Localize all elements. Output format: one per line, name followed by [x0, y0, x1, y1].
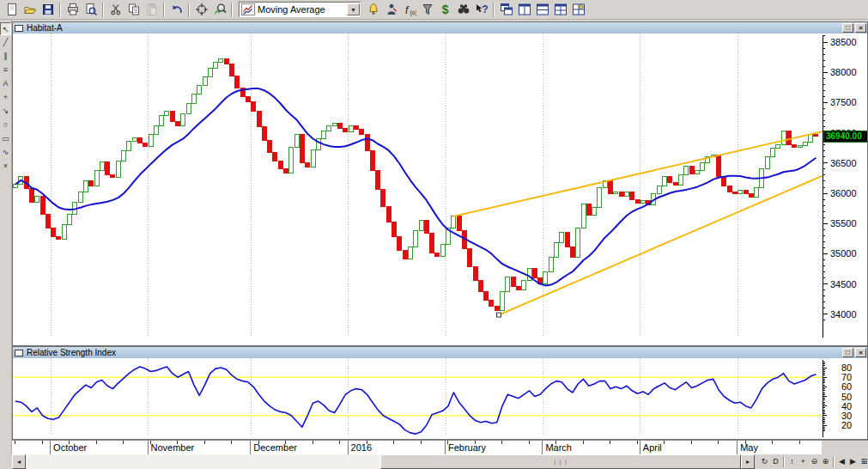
indicator-builder-button[interactable]: f(o): [400, 1, 418, 18]
zoom-button[interactable]: [210, 1, 228, 18]
week-tick: [393, 441, 394, 444]
arrange-workspace-button[interactable]: [569, 1, 587, 18]
workspace-icon: [572, 3, 586, 16]
time-axis: OctoberNovemberDecember2016FebruaryMarch…: [12, 440, 822, 454]
scrollbar-thumb[interactable]: | | |: [380, 454, 741, 469]
ellipse-tool-icon[interactable]: ○: [0, 119, 11, 131]
week-tick: [42, 441, 43, 444]
scissors-icon: [109, 3, 123, 16]
price-chart-canvas[interactable]: 3400034500350003550036000365003700037500…: [13, 34, 867, 345]
indicator-dropdown-value: Moving Average: [258, 4, 325, 15]
rsi-window-titlebar[interactable]: Relative Strength Index □ ×: [13, 347, 867, 358]
print-preview-icon: [84, 3, 98, 16]
undo-arrow-icon: [170, 3, 184, 16]
week-tick: [313, 441, 313, 444]
new-button[interactable]: [3, 1, 21, 18]
periodicity-daily-button[interactable]: D: [770, 455, 781, 468]
week-tick: [339, 441, 340, 444]
fibonacci-tool-icon[interactable]: ≡: [0, 64, 11, 76]
scroll-left-button[interactable]: ◀: [836, 455, 847, 468]
paste-button[interactable]: [143, 1, 161, 18]
week-tick: [718, 441, 719, 444]
scrollbar-left-arrow[interactable]: ◂: [12, 454, 26, 469]
rsi-close-button[interactable]: ×: [855, 348, 866, 357]
week-tick: [96, 441, 97, 444]
week-tick: [691, 441, 692, 444]
tile-vertical-icon: [518, 3, 531, 16]
cut-button[interactable]: [106, 1, 124, 18]
chart-window-titlebar[interactable]: Habitat-A □ ×: [13, 22, 867, 34]
explorer-button[interactable]: [454, 1, 472, 18]
toolbar-separator: [188, 3, 190, 17]
zoom-in-button[interactable]: ⊕: [820, 455, 831, 468]
indicator-dropdown[interactable]: Moving Average▼: [239, 2, 361, 17]
refresh-button[interactable]: ↻: [759, 455, 770, 468]
help-pointer-icon: ?: [475, 3, 489, 16]
month-separator: [50, 441, 51, 455]
new-document-icon: [5, 3, 19, 16]
expert-advisor-button[interactable]: [382, 1, 400, 18]
system-tester-button[interactable]: [418, 1, 436, 18]
pointer-tool-icon[interactable]: ↖: [0, 22, 11, 35]
week-tick: [583, 441, 584, 444]
rectangle-tool-icon[interactable]: ▭: [0, 132, 11, 145]
month-separator: [542, 441, 543, 455]
downloader-button[interactable]: $: [436, 1, 454, 18]
print-preview-button[interactable]: [82, 1, 100, 18]
arrow-tool-icon[interactable]: ↘: [0, 105, 11, 118]
maximize-button[interactable]: □: [842, 23, 853, 33]
month-separator: [445, 441, 446, 455]
chart-window-icon: [15, 25, 23, 32]
binoculars-icon: [457, 3, 470, 16]
week-tick: [637, 441, 638, 444]
channel-tool-icon[interactable]: ∥: [0, 50, 11, 63]
copy-button[interactable]: [124, 1, 143, 18]
svg-text:35500: 35500: [830, 218, 857, 228]
scrollbar-track[interactable]: | | |: [26, 454, 741, 469]
pan-button[interactable]: +: [798, 455, 809, 468]
horizontal-scrollbar: ◂ | | | ▸ ↻D↕+⊖⊕◀▶⊞: [0, 454, 868, 469]
scrollbar-right-arrow[interactable]: ▸: [741, 454, 755, 469]
tile-vertical-button[interactable]: [515, 1, 533, 18]
month-separator: [640, 441, 640, 455]
zoom-out-button[interactable]: ⊖: [809, 455, 820, 468]
context-help-button[interactable]: ?: [472, 1, 490, 18]
toolbar-separator: [231, 3, 233, 17]
undo-button[interactable]: [167, 1, 185, 18]
zoom-vertical-button[interactable]: ↕: [786, 455, 798, 468]
text-tool-icon[interactable]: A: [0, 77, 11, 90]
chart-window: Habitat-A □ × 34000345003500035500360003…: [12, 21, 868, 346]
tile-horizontal-button[interactable]: [533, 1, 551, 18]
lower-trendline-handle[interactable]: [497, 313, 501, 317]
crosshair-button[interactable]: [192, 1, 210, 18]
month-label: April: [643, 442, 662, 453]
alert-button[interactable]: [364, 1, 382, 18]
chart-nav-buttons: ↻D↕+⊖⊕◀▶⊞: [759, 455, 868, 468]
cascade-windows-button[interactable]: [497, 1, 515, 18]
save-button[interactable]: [39, 1, 57, 18]
week-tick: [529, 441, 530, 444]
cycle-tool-icon[interactable]: ∿: [0, 146, 11, 159]
close-button[interactable]: ×: [855, 23, 866, 33]
expand-button[interactable]: ⊞: [859, 455, 868, 468]
trendline-tool-icon[interactable]: ╱: [0, 36, 11, 49]
rsi-chart-canvas[interactable]: 80706050403020: [13, 358, 867, 439]
dropdown-arrow-icon[interactable]: ▼: [347, 3, 360, 15]
week-tick: [501, 441, 502, 444]
rsi-month-gridlines: [51, 358, 737, 436]
svg-text:?: ?: [482, 3, 488, 15]
month-separator: [250, 441, 251, 455]
toolbar-separator: [163, 3, 165, 17]
symbol-tool-icon[interactable]: +: [0, 91, 11, 104]
tile-grid-button[interactable]: [551, 1, 569, 18]
tile-horizontal-icon: [536, 3, 549, 16]
svg-text:f: f: [405, 4, 410, 16]
print-button[interactable]: [64, 1, 82, 18]
last-price-flag: 36940.00: [824, 131, 868, 142]
upper-trendline[interactable]: [453, 131, 822, 216]
scroll-right-button[interactable]: ▶: [847, 455, 859, 468]
rsi-maximize-button[interactable]: □: [842, 348, 853, 357]
delete-tool-icon[interactable]: ×: [0, 160, 11, 173]
printer-icon: [66, 3, 80, 16]
open-button[interactable]: [21, 1, 39, 18]
